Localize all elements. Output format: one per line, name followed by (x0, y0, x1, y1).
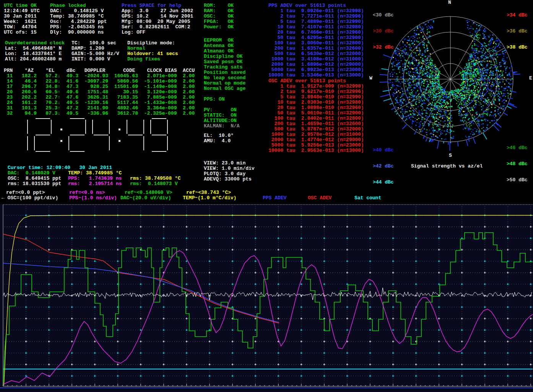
text-line: INIT: 0.000 V (72, 57, 119, 62)
text-line: Osc↑ 4.284229 ppt (50, 19, 107, 24)
text-line: 1000 tau 2.9578e-012 (n=31000) (268, 132, 364, 137)
overdetermined-title: Overdetermined clock (5, 41, 65, 46)
osc-ref: ref=<0.0 ppt> (6, 190, 45, 195)
text-line: Ser: 0.82362611 COM:2 (122, 24, 193, 30)
pps-adev-rows: 1 tau 9.0926e-011 (n=32998) 2 tau 7.7271… (268, 8, 364, 78)
receiver-status-block: EEPROM OKAntenna OKAlmanac OKDiscipline … (204, 38, 245, 91)
text-line: 23 202.2 22.7↑ 47.6 3626.31 7183.35 7.88… (4, 95, 195, 100)
text-line: No leap second (204, 75, 245, 81)
pps-state: PPS: ON (204, 97, 225, 102)
text-line: 5000 tau 6.9923e-013 (n=23000) (268, 67, 364, 73)
sat-table-rows: 11 182.2 57.2↓ 49.3 -2024.93 16045.63 2.… (4, 73, 195, 116)
text-line: Week: 1621 (4, 19, 40, 24)
dbc-entry: >50 dBc (507, 177, 528, 183)
text-line: 2 tau 9.6217e-010 (n=32996) (268, 89, 364, 94)
text-line: 20 260.6 60.5↑ 49.6 1751.48 30.15 3.120e… (4, 89, 195, 95)
text-line: ALTITUDE:ON (204, 118, 237, 124)
text-line: Lat: 54.4964948° N (5, 46, 62, 51)
dbc-entry: >34 dBc (507, 13, 528, 18)
text-line: 14 46.4 22.8↓ 41.6 -3097.29 5860.56 -5.1… (4, 79, 195, 84)
text-line: 1 tau 9.0926e-011 (n=32998) (268, 8, 364, 14)
text-line: 20 tau 1.0898e-010 (n=32960) (268, 105, 364, 111)
text-line: EEPROM OK (204, 38, 245, 43)
mode-block: PV: ONSTATIC: ONALTITUDE:ON (204, 107, 237, 124)
text-line: 5 tau 7.4889e-011 (n=32990) (268, 19, 364, 24)
polar-east-label: E (529, 76, 532, 81)
text-line: VIEW: 1.0 min/div (204, 166, 255, 171)
text-line: DAC: 0.148125 V (50, 8, 107, 14)
pps-scale: PPS~(1.0 ns/div) (69, 195, 117, 201)
text-line: 1000 tau 3.4108e-012 (n=31000) (268, 57, 364, 62)
amu-mask: AMU: 4.0 (204, 138, 231, 144)
version-block: App: 3.0 27 Jun 2002GPS: 10.2 14 Nov 200… (122, 8, 193, 35)
dbc-entry: >46 dBc (507, 145, 528, 151)
text-line: PLOTQ: 3.0 day (204, 171, 255, 177)
osc-adev-legend: OSC ADEV (308, 195, 332, 201)
text-line: Tracking sats (204, 65, 245, 70)
cursor-dac: DAC: 0.148029 V (8, 171, 55, 176)
dbc-entry: >38 dBc (507, 45, 528, 50)
polar-west-label: W (369, 76, 372, 81)
help-hint: Press SPACE for help (122, 3, 181, 8)
dbc-entry: >36 dBc (507, 29, 528, 34)
dac-rms: rms: 0.148073 V (130, 181, 178, 187)
text-line: 50 tau 4.6295e-011 (n=32900) (268, 35, 364, 41)
dac-ref: ref~<0.148060 V> (125, 190, 172, 195)
phase-status-title: Phase locked (50, 3, 86, 8)
text-line: 2 tau 7.7271e-011 (n=32996) (268, 14, 364, 19)
text-line: Normal op mode (204, 81, 245, 86)
text-line: 31 101.3 25.3↑ 47.2 2141.90 4892.46 3.36… (4, 106, 195, 111)
sat-table-header: PRN °AZ °EL dBc DOPPLER CODE CLOCK BIAS … (4, 68, 195, 73)
text-line: FPGA: OK (204, 19, 234, 24)
osc-scale: ← OSC=(100 ppt/div) (2, 195, 58, 201)
text-line: 5000 tau 5.9256e-013 (n=23000) (268, 143, 364, 148)
polar-caption: Signal strength vs az/el (411, 164, 483, 169)
text-line: 30 Jan 2011 (4, 14, 40, 19)
osc-rms: rms: 18.031530 ppt (8, 181, 61, 187)
elevation-mask: EL: 10.0° (204, 133, 234, 138)
text-line: 20 tau 6.7466e-011 (n=32960) (268, 30, 364, 35)
text-line: Saved posn OK (204, 59, 245, 65)
text-line: 10 tau 7.4107e-011 (n=32980) (268, 24, 364, 30)
dbc-entry: >44 dBc (373, 180, 394, 185)
pps-ref: ref=<0.0 ns> (69, 190, 105, 195)
text-line: 500 tau 5.8787e-012 (n=32000) (268, 127, 364, 132)
dac-scale: DAC~(20.0 uV/div) (120, 195, 171, 201)
polar-south-label: S (449, 153, 452, 158)
text-line: App: 3.0 27 Jun 2002 (122, 8, 193, 14)
text-line: 10000 tau 3.5346e-013 (n=13000) (268, 73, 364, 78)
text-line: PV: ON (204, 107, 237, 113)
text-line: Alt: 204.46002480 m (5, 57, 62, 62)
kalman-state: KALMAN: N/A (204, 124, 240, 129)
text-line: Lon: 18.4337841° E (5, 51, 62, 57)
text-line: 17 296.7 34.8↑ 47.3 928.25 11501.69 -1.1… (4, 84, 195, 89)
osc-adev-title: OSC ADEV over 51613 points (268, 78, 346, 84)
text-line: Position saved (204, 70, 245, 75)
text-line: UTC ofs: 15 (4, 30, 40, 35)
dbc-entry: >32 dBc (373, 45, 394, 50)
selftest-block: ROM: OKRAM: OKOSC: OKFPGA: OKPower: OK (204, 3, 234, 30)
text-line: Mfg: 08:00 20 May 2005 (122, 19, 193, 24)
polar-north-label: N (448, 0, 451, 5)
dbc-entry: >42 dBc (373, 164, 394, 169)
text-line: 2000 tau 1.4774e-012 (n=29000) (268, 137, 364, 143)
dbc-entry: >30 dBc (373, 29, 394, 34)
text-line: 12:24:49 UTC (4, 8, 40, 14)
pps-rms: rms: 2.195714 ns (68, 181, 122, 187)
text-line: 10000 tau 2.9563e-013 (n=13000) (268, 148, 364, 153)
text-line: TOW: 44704 (4, 24, 40, 30)
text-line: TC: 100.0 sec (72, 41, 119, 46)
discipline-mode: Normal (127, 46, 145, 51)
text-line: Power: OK (204, 24, 234, 30)
dbc-legend-top-left: <30 dBc >30 dBc >32 dBc (373, 2, 394, 55)
text-line: 11 182.2 57.2↓ 49.3 -2024.93 16045.63 2.… (4, 73, 195, 79)
text-line: 100 tau 2.8402e-011 (n=32800) (268, 116, 364, 121)
dbc-legend-bottom-left: >40 dBc >42 dBc >44 dBc (373, 137, 394, 190)
text-line: 5 tau 3.8948e-010 (n=32990) (268, 94, 364, 100)
text-line: 24 161.2 70.2↓ 49.5 -1230.16 5117.44 -1.… (4, 100, 195, 106)
text-line: 10 tau 2.0303e-010 (n=32980) (268, 100, 364, 105)
holdover-status: Holdover: 41 secs (127, 51, 178, 57)
cursor-temp: TEMP: 38.749985 °C (68, 171, 122, 176)
text-line: ROM: OK (204, 3, 234, 8)
phase-block: DAC: 0.148125 VTemp: 38.749985 °COsc↑ 4.… (50, 8, 107, 35)
